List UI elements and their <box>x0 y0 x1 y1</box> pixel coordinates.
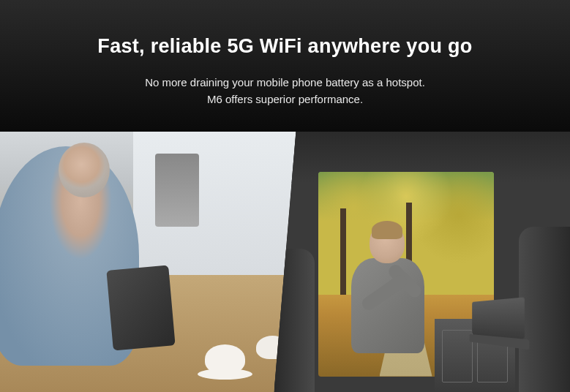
hero-headline: Fast, reliable 5G WiFi anywhere you go <box>15 35 555 58</box>
hero-section: Fast, reliable 5G WiFi anywhere you go N… <box>0 0 570 392</box>
hero-subtext: No more draining your mobile phone batte… <box>15 74 555 108</box>
lifestyle-image-van <box>274 132 571 393</box>
hero-text-section: Fast, reliable 5G WiFi anywhere you go N… <box>0 0 570 132</box>
hero-subtext-line1: No more draining your mobile phone batte… <box>15 74 555 91</box>
hero-images <box>0 132 570 393</box>
lifestyle-image-cafe <box>0 132 296 393</box>
hero-subtext-line2: M6 offers superior performance. <box>15 91 555 108</box>
